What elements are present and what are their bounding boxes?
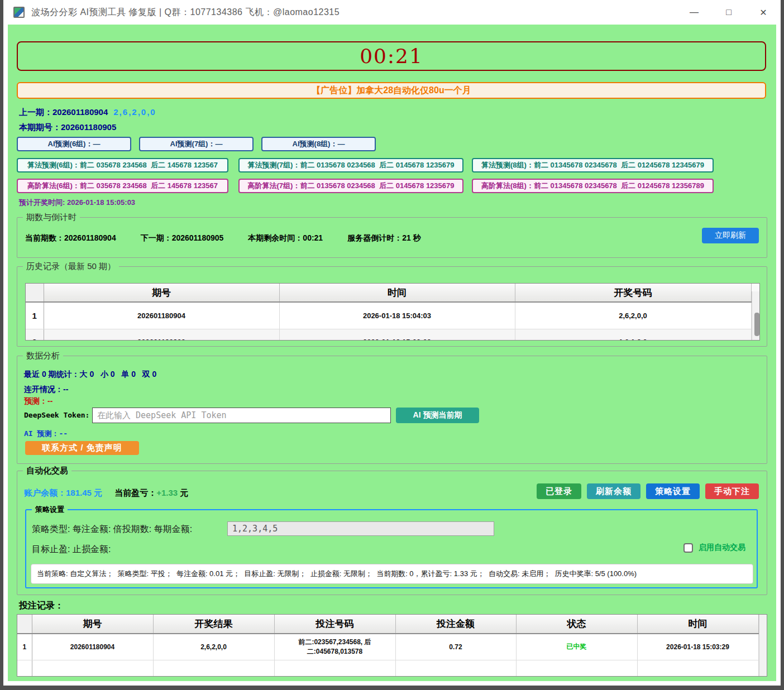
ai-prediction-result: AI 预测：-- (24, 429, 68, 439)
bets-header-row: 期号 开奖结果 投注号码 投注金额 状态 时间 (17, 615, 767, 634)
server-countdown: 服务器倒计时：21 秒 (347, 233, 420, 243)
maximize-icon[interactable]: □ (711, 0, 746, 25)
strategy-settings-group: 策略设置 策略类型: 每注金额: 倍投期数: 每期金额: 目标止盈: 止损金额:… (25, 509, 758, 588)
app-icon (13, 7, 25, 18)
history-row-1-time: 2026-01-18 15:04:03 (279, 302, 515, 329)
ai-predict-7-button[interactable]: AI预测(7组)：— (139, 137, 254, 151)
bets-col-numbers[interactable]: 投注号码 (274, 615, 395, 634)
bets-col-time[interactable]: 时间 (637, 615, 758, 634)
main-panel: 00:21 【广告位】加拿大28自动化仅80u一个月 上一期：202601180… (8, 25, 776, 681)
title-bar: 波场分分彩 AI预测工具 修复版 | Q群：1077134386 飞机：@lao… (3, 0, 781, 25)
history-scrollbar[interactable] (752, 291, 761, 341)
per-period-amount-input[interactable] (227, 521, 494, 536)
algo-predict-7: 算法预测(7组)：前二 0135678 0234568 后二 0145678 1… (238, 158, 463, 172)
ai-predict-8-button[interactable]: AI预测(8组)：— (261, 137, 376, 151)
ai-prediction-row: AI预测(6组)：— AI预测(7组)：— AI预测(8组)：— (17, 137, 376, 151)
history-row-2-index: 2 (26, 329, 44, 341)
strategy-group-legend: 策略设置 (32, 505, 68, 515)
bet-row-1[interactable]: 1 202601180904 2,6,2,0,0 前二:023567,23456… (17, 634, 767, 660)
history-row-2[interactable]: 2 202601180903 2026-01-18 15:03:03 1,0,1… (26, 329, 760, 341)
deepseek-token-input[interactable] (92, 408, 391, 423)
history-col-period[interactable]: 期号 (44, 284, 279, 302)
minimize-icon[interactable]: — (677, 0, 711, 25)
strategy-row2-labels: 目标止盈: 止损金额: (32, 544, 111, 555)
streak-status: 连开情况：-- (24, 385, 68, 395)
window-title: 波场分分彩 AI预测工具 修复版 | Q群：1077134386 飞机：@lao… (31, 7, 340, 18)
trading-buttons: 已登录 刷新余额 策略设置 手动下注 (537, 483, 759, 499)
next-period: 下一期：202601180905 (141, 233, 224, 243)
ad-banner[interactable]: 【广告位】加拿大28自动化仅80u一个月 (17, 82, 766, 99)
bets-scrollbar-cell (758, 615, 767, 676)
bet-row-1-index: 1 (17, 634, 32, 660)
previous-draw-line: 上一期：2026011809042,6,2,0,0 (19, 107, 156, 118)
contact-disclaimer-button[interactable]: 联系方式 / 免责声明 (25, 441, 139, 455)
auto-trade-toggle[interactable]: 启用自动交易 (683, 543, 745, 553)
strategy-status-bar: 当前策略: 自定义算法； 策略类型: 平投； 每注金额: 0.01 元； 目标止… (31, 564, 753, 584)
bets-col-amount[interactable]: 投注金额 (395, 615, 516, 634)
deepseek-token-label: DeepSeek Token: (24, 411, 89, 419)
advanced-algo-7: 高阶算法(7组)：前二 0135678 0234568 后二 0145678 1… (238, 179, 463, 193)
ai-predict-current-button[interactable]: AI 预测当前期 (396, 408, 479, 423)
bet-row-1-period: 202601180904 (32, 634, 153, 660)
history-group: 历史记录（最新 50 期） 期号 时间 开奖号码 (17, 266, 767, 347)
current-draw-label: 本期期号：202601180905 (19, 122, 116, 132)
history-row-1-index: 1 (26, 302, 44, 329)
auto-trade-label: 启用自动交易 (699, 543, 745, 553)
countdown-timer: 00:21 (360, 45, 423, 68)
history-row-2-numbers: 1,0,1,8,3 (515, 329, 751, 341)
history-scrollbar-cell (751, 284, 760, 341)
history-table: 期号 时间 开奖号码 1 202601180904 2026-01-18 15:… (25, 283, 760, 341)
history-scrollbar-thumb[interactable] (754, 313, 759, 336)
bet-row-1-numbers: 前二:023567,234568, 后二:045678,013578 (274, 634, 395, 660)
period-countdown-group: 期数与倒计时 当前期数：202601180904 下一期：20260118090… (17, 217, 767, 258)
close-icon[interactable]: ✕ (746, 0, 781, 25)
analysis-group: 数据分析 最近 0 期统计：大 0 小 0 单 0 双 0 连开情况：-- 预测… (17, 356, 767, 464)
history-row-1[interactable]: 1 202601180904 2026-01-18 15:04:03 2,6,2… (26, 302, 760, 329)
advanced-algo-6: 高阶算法(6组)：前二 035678 234568 后二 145678 1235… (17, 179, 228, 193)
history-col-numbers[interactable]: 开奖号码 (515, 284, 751, 302)
trading-group-legend: 自动化交易 (23, 466, 71, 476)
window-controls: — □ ✕ (677, 0, 781, 25)
countdown-box: 00:21 (17, 41, 766, 71)
current-period: 当前期数：202601180904 (25, 233, 116, 243)
expected-draw-time: 预计开奖时间: 2026-01-18 15:05:03 (19, 198, 135, 208)
algo-predict-6: 算法预测(6组)：前二 035678 234568 后二 145678 1235… (17, 158, 228, 172)
refresh-balance-button[interactable]: 刷新余额 (587, 483, 640, 499)
previous-draw-label: 上一期：202601180904 (19, 107, 108, 117)
history-col-time[interactable]: 时间 (279, 284, 515, 302)
logged-in-button[interactable]: 已登录 (537, 483, 581, 499)
period-group-legend: 期数与倒计时 (23, 212, 80, 223)
bet-records-title: 投注记录： (19, 600, 64, 612)
account-balance: 账户余额：181.45 元 (24, 488, 102, 497)
bets-col-period[interactable]: 期号 (32, 615, 153, 634)
bet-row-1-result: 2,6,2,0,0 (153, 634, 274, 660)
bets-scrollbar[interactable] (759, 615, 768, 676)
bet-row-1-amount: 0.72 (395, 634, 516, 660)
manual-bet-button[interactable]: 手动下注 (705, 483, 759, 499)
pnl-label: 当前盈亏： (114, 488, 156, 497)
ad-text: 【广告位】加拿大28自动化仅80u一个月 (312, 85, 471, 97)
recent-stats: 最近 0 期统计：大 0 小 0 单 0 双 0 (24, 370, 156, 380)
strategy-settings-button[interactable]: 策略设置 (646, 483, 700, 499)
auto-trade-checkbox[interactable] (683, 543, 693, 553)
advanced-algo-8: 高阶算法(8组)：前二 01345678 02345678 后二 0124567… (472, 179, 714, 193)
history-corner-cell (26, 284, 44, 302)
bets-col-status[interactable]: 状态 (516, 615, 637, 634)
bet-row-1-time: 2026-01-18 15:03:29 (637, 634, 758, 660)
pnl-unit: 元 (178, 488, 188, 497)
pnl-value: +1.33 (156, 488, 178, 497)
bet-row-1-status: 已中奖 (516, 634, 637, 660)
refresh-now-button[interactable]: 立即刷新 (702, 228, 759, 243)
history-header-row: 期号 时间 开奖号码 (26, 284, 760, 302)
bets-corner-cell (17, 615, 32, 634)
history-row-1-period: 202601180904 (44, 302, 279, 329)
balance-row: 账户余额：181.45 元 当前盈亏：+1.33 元 (24, 488, 188, 499)
history-row-1-numbers: 2,6,2,0,0 (515, 302, 751, 329)
forecast-text: 预测：-- (24, 396, 52, 406)
history-group-legend: 历史记录（最新 50 期） (23, 261, 119, 272)
period-info-row: 当前期数：202601180904 下一期：202601180905 本期剩余时… (25, 233, 421, 243)
ai-predict-6-button[interactable]: AI预测(6组)：— (17, 137, 131, 151)
remaining-time: 本期剩余时间：00:21 (248, 233, 323, 243)
bets-col-result[interactable]: 开奖结果 (153, 615, 274, 634)
analysis-group-legend: 数据分析 (23, 351, 63, 361)
